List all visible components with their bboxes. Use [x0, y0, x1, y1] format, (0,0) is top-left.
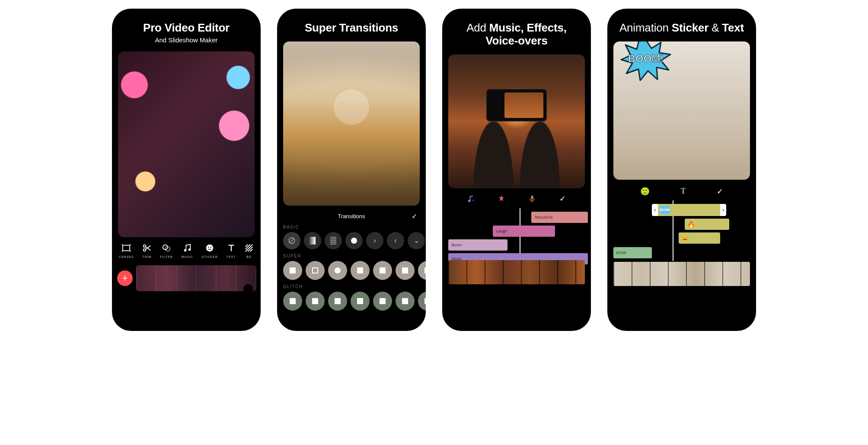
- super-transition-1[interactable]: [283, 261, 302, 280]
- sticker-clip-fire[interactable]: 🔥: [685, 219, 729, 230]
- confirm-check-icon[interactable]: ✓: [717, 187, 723, 196]
- preview-image-2: [283, 41, 420, 206]
- boom-sticker: BOOM!: [618, 41, 674, 84]
- title-4-pre: Animation: [619, 21, 672, 34]
- tool-trim[interactable]: TRIM: [142, 243, 152, 258]
- add-music-icon[interactable]: +: [466, 194, 475, 203]
- sticker-tab-icon[interactable]: 🙂: [640, 187, 650, 196]
- preview-image-1: [118, 51, 255, 237]
- super-transitions-row[interactable]: [277, 259, 426, 282]
- title-4-mid: &: [708, 21, 722, 34]
- glitch-transitions-row[interactable]: [277, 290, 426, 312]
- section-glitch-label: GLITCH: [277, 282, 426, 290]
- preview-image-3: [448, 54, 585, 188]
- editor-toolbar: CANVAS TRIM FILTER MUSIC STICKER TEXT: [112, 237, 261, 261]
- video-filmstrip[interactable]: [448, 260, 585, 284]
- glitch-transition-4[interactable]: [351, 292, 370, 311]
- screenshot-4: Animation Sticker & Text BOOM! 🙂 T ✓ ‹ B…: [607, 9, 756, 331]
- voiceover-mic-icon[interactable]: [528, 194, 536, 203]
- screenshot-1: Pro Video Editor And Slideshow Maker CAN…: [112, 9, 261, 331]
- confirm-check-icon[interactable]: ✓: [558, 194, 567, 203]
- boom-text: BOOM!: [628, 53, 664, 64]
- svg-point-7: [206, 245, 214, 252]
- none-icon: [287, 236, 296, 245]
- super-transition-5[interactable]: [373, 261, 392, 280]
- glitch-transition-6[interactable]: [396, 292, 415, 311]
- preview-image-4: BOOM!: [613, 41, 750, 180]
- glitch-transition-3[interactable]: [328, 292, 347, 311]
- sticker-clip-grin[interactable]: 😄: [679, 232, 720, 244]
- svg-text:+: +: [472, 198, 474, 202]
- subtitle-1: And Slideshow Maker: [120, 36, 253, 44]
- text-tab-icon[interactable]: T: [680, 187, 686, 196]
- glitch-transition-5[interactable]: [373, 292, 392, 311]
- section-super-label: SUPER: [277, 251, 426, 259]
- transitions-panel-title: Transitions: [338, 213, 365, 219]
- track-laugh[interactable]: Laugh: [493, 226, 555, 237]
- audio-tool-icons: + ✓: [442, 188, 591, 206]
- sticker-clip-body[interactable]: BOOM!: [658, 204, 720, 216]
- text-clip-wow[interactable]: WOW: [613, 247, 652, 258]
- svg-rect-14: [531, 195, 533, 199]
- transitions-panel-header: Transitions ✓: [277, 211, 426, 222]
- track-boom[interactable]: Boom: [448, 239, 508, 251]
- transition-slide-down[interactable]: ⌄: [408, 232, 425, 249]
- section-basic-label: BASIC: [277, 222, 426, 230]
- super-transition-2[interactable]: [306, 261, 325, 280]
- add-clip-button[interactable]: +: [117, 270, 133, 286]
- sticker-timeline[interactable]: ‹ BOOM! › 🔥 😄 WOW: [607, 200, 756, 291]
- transition-slide-right[interactable]: ›: [366, 232, 383, 249]
- tool-music[interactable]: MUSIC: [181, 243, 193, 258]
- clip-thumbnails[interactable]: ➔: [136, 265, 256, 291]
- timeline-row-1: + ➔: [112, 261, 261, 297]
- super-transition-6[interactable]: [396, 261, 415, 280]
- basic-transitions-row[interactable]: › ‹ ⌄: [277, 230, 426, 251]
- tool-filter-label: FILTER: [160, 255, 173, 258]
- transition-iris[interactable]: [345, 232, 363, 249]
- tool-text[interactable]: TEXT: [227, 243, 236, 258]
- glitch-transition-2[interactable]: [306, 292, 325, 311]
- tool-canvas[interactable]: CANVAS: [119, 243, 134, 258]
- title-4: Animation Sticker & Text: [615, 22, 748, 35]
- tool-text-label: TEXT: [227, 255, 236, 258]
- tool-bg[interactable]: BG: [244, 243, 254, 258]
- notch: [649, 9, 714, 20]
- music-icon: [182, 243, 192, 253]
- text-icon: [227, 243, 236, 253]
- audio-timeline[interactable]: Record 01 Laugh Boom Music: [442, 208, 591, 290]
- video-filmstrip[interactable]: [613, 262, 750, 286]
- next-clip-icon[interactable]: ➔: [246, 286, 252, 293]
- effects-icon[interactable]: [497, 194, 506, 203]
- right-grip-icon[interactable]: ›: [720, 204, 726, 216]
- transition-none[interactable]: [283, 232, 300, 249]
- svg-point-8: [208, 247, 209, 248]
- glitch-transition-7[interactable]: [418, 292, 426, 311]
- svg-point-5: [184, 249, 187, 252]
- transition-fade[interactable]: [304, 232, 321, 249]
- tool-filter[interactable]: FILTER: [160, 243, 173, 258]
- svg-point-12: [468, 200, 470, 202]
- phone-in-hands: [486, 89, 546, 121]
- left-grip-icon[interactable]: ‹: [652, 204, 658, 216]
- confirm-check-icon[interactable]: ✓: [412, 212, 417, 220]
- title-3-pre: Add: [466, 21, 489, 34]
- super-transition-7[interactable]: [418, 261, 426, 280]
- notch: [319, 9, 384, 20]
- super-transition-3[interactable]: [328, 261, 347, 280]
- super-transition-4[interactable]: [351, 261, 370, 280]
- transition-dissolve[interactable]: [325, 232, 342, 249]
- track-record[interactable]: Record 01: [531, 212, 588, 223]
- tool-sticker[interactable]: STICKER: [202, 243, 218, 258]
- title-2: Super Transitions: [285, 22, 418, 35]
- tool-music-label: MUSIC: [181, 255, 193, 258]
- selected-sticker-clip[interactable]: ‹ BOOM! ›: [652, 204, 726, 216]
- title-3: Add Music, Effects, Voice-overs: [450, 22, 583, 48]
- filter-icon: [162, 243, 171, 253]
- hand-left: [470, 111, 517, 188]
- tool-bg-label: BG: [246, 255, 252, 258]
- transition-slide-left[interactable]: ‹: [387, 232, 404, 249]
- sticker-tool-icons: 🙂 T ✓: [607, 180, 756, 200]
- svg-point-9: [211, 247, 211, 248]
- glitch-transition-1[interactable]: [283, 292, 302, 311]
- tool-canvas-label: CANVAS: [119, 255, 134, 258]
